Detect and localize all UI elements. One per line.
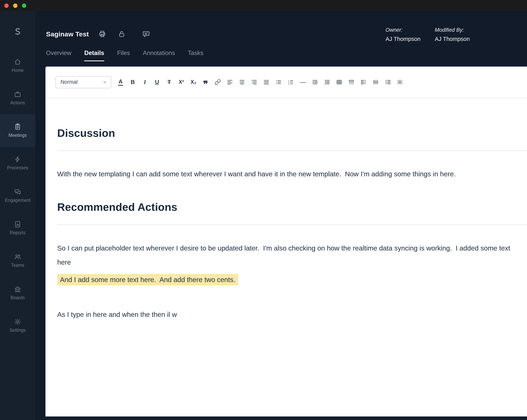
horizontal-rule-icon: —: [300, 79, 306, 85]
owner-value: AJ Thompson: [385, 36, 420, 42]
italic-icon: I: [144, 79, 146, 85]
table-delete-row-button[interactable]: [371, 77, 380, 87]
text-color-button[interactable]: A: [116, 77, 125, 87]
section-heading-recommended-actions: Recommended Actions: [57, 201, 527, 213]
app-window: Home Actions Meetings: [0, 0, 527, 420]
align-justify-button[interactable]: [262, 77, 271, 87]
link-button[interactable]: [213, 77, 222, 87]
sidebar-item-reports[interactable]: Reports: [0, 212, 35, 244]
details-panel: Normal A B I U T X² X₂ ❞: [45, 67, 527, 417]
comment-bubble-icon: [142, 30, 150, 38]
traffic-lights: [4, 3, 26, 8]
sidebar-item-actions[interactable]: Actions: [0, 82, 35, 114]
strikethrough-button[interactable]: T: [165, 77, 174, 87]
align-right-button[interactable]: [250, 77, 259, 87]
horizontal-rule-button[interactable]: —: [298, 77, 307, 87]
document-header: Saginaw Test: [46, 29, 151, 39]
sidebar-item-home[interactable]: Home: [0, 49, 35, 82]
paragraph-line: So I can put placeholder text wherever I…: [57, 241, 527, 255]
tab-annotations[interactable]: Annotations: [143, 50, 175, 61]
modified-by-value: AJ Thompson: [435, 36, 470, 42]
align-justify-icon: [263, 79, 269, 85]
sidebar-item-label: Settings: [9, 328, 26, 333]
home-icon: [14, 58, 21, 65]
paragraph-discussion: With the new templating I can add some t…: [57, 167, 527, 181]
table-insert-row-button[interactable]: [347, 77, 356, 87]
sidebar-item-label: Meetings: [8, 133, 27, 138]
superscript-icon: X²: [179, 79, 184, 85]
blockquote-button[interactable]: ❞: [201, 77, 210, 87]
building-columns-icon: [14, 285, 21, 293]
table-insert-row-icon: [348, 79, 354, 85]
editor-toolbar: Normal A B I U T X² X₂ ❞: [45, 67, 527, 98]
outdent-button[interactable]: [310, 77, 319, 87]
align-left-button[interactable]: [225, 77, 234, 87]
bold-icon: B: [131, 79, 135, 85]
format-select[interactable]: Normal: [55, 76, 111, 88]
chevron-down-icon: [103, 80, 107, 84]
underline-icon: U: [155, 79, 159, 85]
sidebar: Home Actions Meetings: [0, 11, 35, 420]
table-insert-column-button[interactable]: [359, 77, 368, 87]
printer-icon: [98, 30, 106, 38]
owner-meta: Owner: AJ Thompson: [385, 27, 420, 42]
sidebar-item-settings[interactable]: Settings: [0, 309, 35, 342]
bold-button[interactable]: B: [128, 77, 137, 87]
sidebar-item-processes[interactable]: Processes: [0, 147, 35, 179]
bullet-list-icon: [275, 79, 282, 85]
comment-button[interactable]: [142, 29, 151, 39]
tab-details[interactable]: Details: [84, 50, 104, 61]
print-button[interactable]: [98, 29, 107, 39]
window-titlebar: [0, 0, 527, 11]
sidebar-item-label: Home: [11, 68, 23, 73]
sidebar-item-teams[interactable]: Teams: [0, 244, 35, 277]
sidebar-item-label: Engagement: [5, 198, 30, 203]
strikethrough-icon: T: [167, 79, 171, 85]
table-insert-column-icon: [361, 79, 367, 85]
lightning-bolt-icon: [14, 156, 21, 163]
align-left-icon: [227, 79, 233, 85]
main-area: Saginaw Test: [35, 11, 527, 420]
blockquote-icon: ❞: [203, 82, 208, 86]
rich-text-editor[interactable]: Discussion With the new templating I can…: [45, 98, 527, 322]
modified-by-label: Modified By:: [435, 27, 470, 33]
sidebar-nav: Home Actions Meetings: [0, 49, 35, 342]
sidebar-item-label: Actions: [10, 100, 25, 105]
app-body: Home Actions Meetings: [0, 11, 527, 420]
ordered-list-button[interactable]: 1. 2. 3.: [286, 77, 295, 87]
paragraph-highlighted: And I add some more text here. And add t…: [57, 273, 527, 287]
sidebar-item-label: Processes: [7, 165, 28, 170]
close-window-button[interactable]: [4, 3, 9, 8]
svg-text:3.: 3.: [288, 83, 290, 85]
underline-button[interactable]: U: [153, 77, 162, 87]
italic-button[interactable]: I: [140, 77, 150, 87]
highlighted-text: And I add some more text here. And add t…: [57, 274, 238, 285]
indent-button[interactable]: [322, 77, 332, 87]
superscript-button[interactable]: X²: [177, 77, 186, 87]
insert-table-button[interactable]: [335, 77, 344, 87]
table-delete-column-button[interactable]: [383, 77, 392, 87]
bullet-list-button[interactable]: [274, 77, 283, 87]
zoom-window-button[interactable]: [22, 3, 26, 8]
indent-icon: [324, 79, 330, 85]
tab-overview[interactable]: Overview: [46, 50, 71, 61]
owner-label: Owner:: [385, 27, 420, 33]
sidebar-item-boards[interactable]: Boards: [0, 277, 35, 309]
paragraph-recommended-actions: So I can put placeholder text wherever I…: [57, 241, 527, 269]
align-center-button[interactable]: [237, 77, 247, 87]
unlock-button[interactable]: [117, 29, 126, 39]
table-delete-row-icon: [373, 79, 379, 85]
clipboard-icon: [14, 123, 21, 131]
subscript-button[interactable]: X₂: [189, 77, 198, 87]
briefcase-icon: [14, 91, 21, 98]
tab-tasks[interactable]: Tasks: [188, 50, 203, 61]
table-merge-cells-button[interactable]: [395, 77, 405, 87]
format-select-value: Normal: [61, 79, 77, 85]
modified-by-meta: Modified By: AJ Thompson: [435, 27, 470, 42]
sidebar-item-label: Reports: [10, 230, 26, 235]
sidebar-item-meetings[interactable]: Meetings: [0, 114, 35, 147]
minimize-window-button[interactable]: [13, 3, 17, 8]
tab-files[interactable]: Files: [117, 50, 130, 61]
align-right-icon: [251, 79, 257, 85]
sidebar-item-engagement[interactable]: Engagement: [0, 179, 35, 212]
